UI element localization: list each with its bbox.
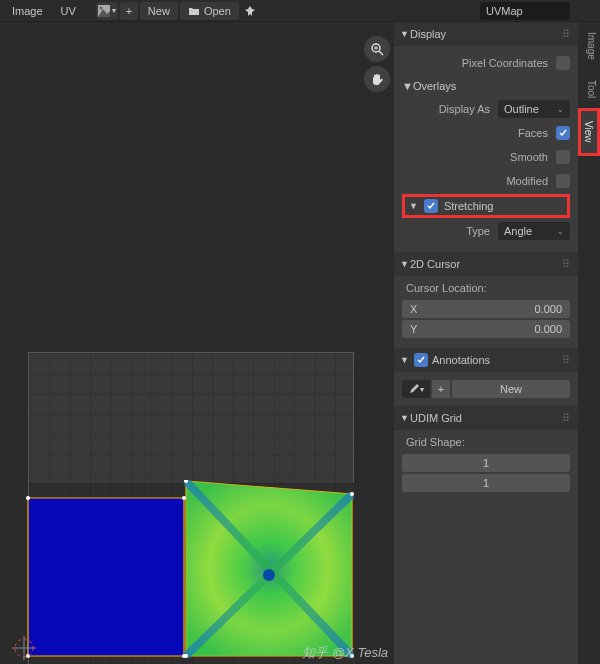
faces-checkbox[interactable]	[556, 126, 570, 140]
panel-cursor-header[interactable]: ▼2D Cursor⠿	[394, 252, 578, 276]
modified-label: Modified	[402, 175, 556, 187]
pan-button[interactable]	[364, 66, 390, 92]
grid-shape-y[interactable]: 1	[402, 474, 570, 492]
grid-shape-x[interactable]: 1	[402, 454, 570, 472]
stretching-checkbox[interactable]	[424, 199, 438, 213]
svg-point-17	[182, 496, 186, 500]
side-panel: ▼Display⠿ Pixel Coordinates ▼Overlays Di…	[394, 22, 578, 664]
uv-mesh[interactable]	[26, 480, 354, 664]
panel-display-header[interactable]: ▼Display⠿	[394, 22, 578, 46]
open-label: Open	[204, 5, 231, 17]
svg-line-4	[379, 51, 383, 55]
pencil-icon	[408, 383, 420, 395]
stretching-highlight: ▼ Stretching	[402, 194, 570, 218]
panel-udim-title: UDIM Grid	[410, 412, 462, 424]
svg-point-2	[100, 6, 103, 9]
cursor-location-label: Cursor Location:	[402, 280, 570, 298]
menu-uv[interactable]: UV	[53, 2, 84, 20]
svg-point-16	[26, 496, 30, 500]
svg-point-15	[263, 569, 275, 581]
display-as-dropdown[interactable]: Outline⌄	[498, 100, 570, 118]
panel-display-title: Display	[410, 28, 446, 40]
pixel-coords-label: Pixel Coordinates	[402, 57, 556, 69]
grid-shape-label: Grid Shape:	[402, 434, 570, 452]
tab-tool[interactable]: Tool	[578, 70, 600, 108]
cursor-2d-icon	[10, 634, 38, 662]
smooth-label: Smooth	[402, 151, 556, 163]
annotations-checkbox[interactable]	[414, 353, 428, 367]
image-browse-icon[interactable]: ▾	[96, 2, 118, 20]
display-as-value: Outline	[504, 103, 539, 115]
svg-marker-7	[28, 498, 184, 656]
panel-cursor-title: 2D Cursor	[410, 258, 460, 270]
overlays-header[interactable]: ▼Overlays	[402, 76, 570, 96]
pixel-coords-checkbox[interactable]	[556, 56, 570, 70]
cursor-x-field[interactable]: X0.000	[402, 300, 570, 318]
tab-image[interactable]: Image	[578, 22, 600, 70]
annotation-add-button[interactable]: +	[432, 380, 450, 398]
zoom-button[interactable]	[364, 36, 390, 62]
stretch-type-dropdown[interactable]: Angle⌄	[498, 222, 570, 240]
stretch-type-label: Type	[402, 225, 498, 237]
modified-checkbox[interactable]	[556, 174, 570, 188]
open-image-button[interactable]: Open	[180, 2, 239, 20]
menu-image[interactable]: Image	[4, 2, 51, 20]
overlays-title: Overlays	[413, 80, 456, 92]
uv-viewport[interactable]: 知乎 @X Tesla	[0, 22, 394, 664]
panel-udim-header[interactable]: ▼UDIM Grid⠿	[394, 406, 578, 430]
add-image-button[interactable]: +	[120, 2, 138, 20]
watermark: 知乎 @X Tesla	[302, 644, 388, 662]
panel-annotations-header[interactable]: ▼ Annotations⠿	[394, 348, 578, 372]
svg-point-21	[350, 492, 354, 496]
stretching-label: Stretching	[444, 200, 494, 212]
smooth-checkbox[interactable]	[556, 150, 570, 164]
stretch-type-value: Angle	[504, 225, 532, 237]
display-as-label: Display As	[402, 103, 498, 115]
panel-annotations-title: Annotations	[432, 354, 490, 366]
svg-point-23	[184, 654, 188, 658]
annotation-new-button[interactable]: New	[452, 380, 570, 398]
new-image-button[interactable]: New	[140, 2, 178, 20]
faces-label: Faces	[402, 127, 556, 139]
tab-view[interactable]: View	[578, 108, 600, 156]
uvmap-selector[interactable]: UVMap	[480, 2, 570, 20]
header-bar: Image UV ▾ + New Open UVMap	[0, 0, 600, 22]
panel-tabs: Image Tool View	[578, 22, 600, 664]
annotation-color-dropdown[interactable]: ▾	[402, 380, 430, 398]
pin-icon[interactable]	[241, 2, 259, 20]
cursor-y-field[interactable]: Y0.000	[402, 320, 570, 338]
folder-icon	[188, 5, 200, 17]
